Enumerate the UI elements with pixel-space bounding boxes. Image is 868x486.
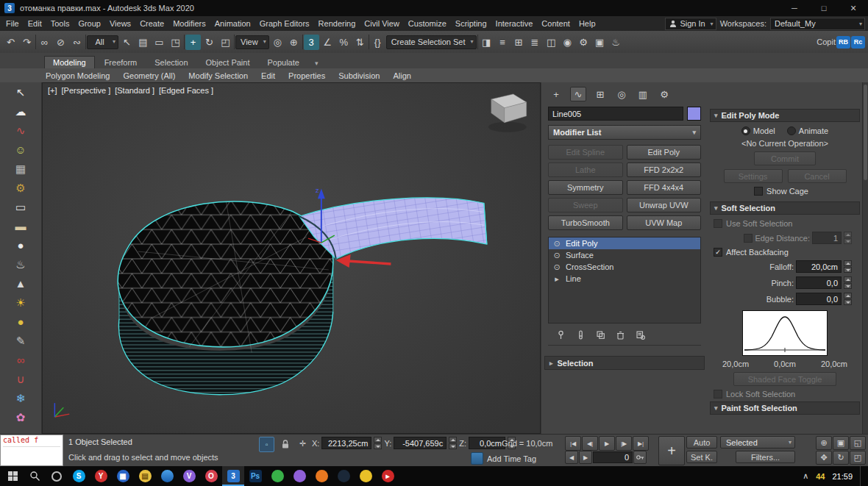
modifier-button[interactable]: Unwrap UVW bbox=[627, 198, 702, 212]
select-and-move-icon[interactable]: + bbox=[185, 35, 201, 50]
settings-icon[interactable]: ⚙ bbox=[12, 180, 29, 195]
taskbar-app[interactable]: ▸ bbox=[377, 466, 399, 486]
view-cube[interactable] bbox=[488, 94, 527, 132]
select-object-icon[interactable]: ↖ bbox=[119, 35, 135, 50]
hierarchy-tab[interactable]: ⊞ bbox=[593, 87, 608, 101]
soft-selection-header[interactable]: Soft Selection bbox=[710, 201, 860, 215]
separator[interactable] bbox=[477, 35, 478, 49]
paint-soft-selection-header[interactable]: Paint Soft Selection bbox=[710, 401, 860, 415]
populate-person-icon[interactable]: ☺ bbox=[12, 142, 29, 157]
pinch-field[interactable]: 0,0 bbox=[796, 276, 842, 289]
commit-button[interactable]: Commit bbox=[754, 151, 816, 165]
next-key-button[interactable]: ▶ bbox=[579, 451, 592, 464]
snaps-toggle-icon[interactable]: 3 bbox=[304, 35, 319, 50]
falloff-spinner[interactable] bbox=[844, 260, 852, 273]
use-soft-selection-checkbox[interactable]: Use Soft Selection bbox=[714, 219, 856, 228]
menu-item[interactable]: Scripting bbox=[451, 19, 491, 28]
pin-stack-icon[interactable] bbox=[555, 329, 566, 340]
display-tab[interactable]: ▥ bbox=[636, 87, 650, 101]
object-name-field[interactable]: Line005 bbox=[548, 107, 683, 121]
ribbon-tab[interactable]: Freeform bbox=[96, 57, 146, 68]
modify-tab[interactable]: ∿ bbox=[570, 87, 586, 101]
taskbar-app[interactable]: Ps bbox=[244, 466, 266, 486]
modifier-stack-row[interactable]: ⊙ CrossSection bbox=[549, 261, 700, 273]
x-spinner[interactable] bbox=[374, 437, 382, 449]
render-setup-icon[interactable]: ⚙ bbox=[576, 35, 591, 50]
unlink-selection-icon[interactable]: ⊘ bbox=[53, 35, 68, 50]
sphere-icon[interactable]: ● bbox=[12, 237, 29, 252]
render-production-icon[interactable]: ♨ bbox=[608, 35, 624, 50]
current-frame-field[interactable]: 0 bbox=[593, 451, 633, 463]
angle-snap-icon[interactable]: ∠ bbox=[320, 35, 335, 50]
edge-distance-checkbox[interactable] bbox=[744, 234, 753, 243]
show-desktop-button[interactable] bbox=[860, 466, 865, 486]
rectangular-selection-icon[interactable]: ▭ bbox=[152, 35, 167, 50]
ribbon-panel-tab[interactable]: Geometry (All) bbox=[123, 71, 175, 80]
menu-item[interactable]: Animation bbox=[210, 19, 255, 28]
add-time-tag[interactable]: Add Time Tag bbox=[471, 452, 536, 465]
edge-distance-field[interactable]: 1 bbox=[812, 232, 842, 244]
spline-tool-icon[interactable]: ∿ bbox=[12, 123, 29, 137]
bubble-spinner[interactable] bbox=[844, 293, 852, 305]
perspective-viewport[interactable]: [+] [Perspective ] [Standard ] [Edged Fa… bbox=[42, 82, 541, 434]
cherries-icon[interactable]: ∞ bbox=[12, 352, 29, 367]
teapot-icon[interactable]: ♨ bbox=[12, 257, 29, 271]
menu-item[interactable]: Interactive bbox=[491, 19, 538, 28]
close-button[interactable]: × bbox=[839, 0, 868, 16]
menu-item[interactable]: Content bbox=[537, 19, 574, 28]
modifier-button[interactable]: Sweep bbox=[548, 198, 623, 212]
modifier-stack-row[interactable]: ⊙ Edit Poly bbox=[549, 237, 700, 249]
spinner-snap-icon[interactable]: ⇅ bbox=[352, 35, 368, 50]
key-filters-button[interactable]: Filters... bbox=[736, 451, 795, 463]
modifier-button[interactable]: Edit Spline bbox=[548, 145, 623, 160]
create-selection-set-dropdown[interactable]: Create Selection Set bbox=[386, 35, 477, 49]
selection-lock-icon[interactable] bbox=[278, 437, 292, 451]
next-frame-button[interactable]: |▶ bbox=[616, 436, 632, 451]
edge-distance-spinner[interactable] bbox=[844, 232, 852, 244]
viewport-menu-pov[interactable]: [Perspective ] bbox=[62, 86, 111, 95]
ribbon-panel-tab[interactable]: Polygon Modeling bbox=[46, 71, 110, 80]
panel-scrollbar[interactable] bbox=[862, 82, 868, 434]
menu-item[interactable]: Civil View bbox=[360, 19, 403, 28]
menu-item[interactable]: Create bbox=[135, 19, 168, 28]
cancel-button[interactable]: Cancel bbox=[788, 169, 847, 183]
workspace-dropdown[interactable]: Default_My bbox=[770, 18, 865, 30]
badge-rb[interactable]: RB bbox=[836, 36, 850, 49]
menu-item[interactable]: Graph Editors bbox=[255, 19, 314, 28]
object-color-swatch[interactable] bbox=[687, 107, 701, 121]
percent-snap-icon[interactable]: % bbox=[336, 35, 352, 50]
menu-item[interactable]: Help bbox=[574, 19, 600, 28]
taskbar-search-icon[interactable] bbox=[24, 466, 46, 486]
select-and-link-icon[interactable]: ∞ bbox=[37, 35, 52, 50]
taskbar-app[interactable]: S bbox=[68, 466, 90, 486]
minimize-button[interactable]: ─ bbox=[780, 0, 809, 16]
play-button[interactable]: ▶ bbox=[599, 436, 615, 451]
maxscript-mini-listener[interactable]: called f bbox=[0, 435, 63, 466]
menu-item[interactable]: File bbox=[1, 19, 24, 28]
taskbar-app[interactable] bbox=[156, 466, 178, 486]
cloud-icon[interactable]: ☁ bbox=[12, 104, 29, 118]
ribbon-panel-tab[interactable]: Properties bbox=[288, 71, 325, 80]
curve-editor-icon[interactable]: ◫ bbox=[544, 35, 559, 50]
create-tab[interactable]: + bbox=[549, 87, 563, 101]
snowflake-icon[interactable]: ❄ bbox=[12, 390, 29, 405]
copit-button[interactable]: Copit bbox=[817, 35, 836, 50]
select-and-manipulate-icon[interactable]: ⊕ bbox=[286, 35, 302, 50]
undo-icon[interactable]: ↶ bbox=[3, 35, 18, 50]
modifier-stack-row[interactable]: ▸ Line bbox=[549, 273, 700, 285]
show-end-result-icon[interactable] bbox=[575, 329, 586, 340]
grid-icon[interactable]: ▦ bbox=[12, 161, 29, 176]
lock-soft-selection-checkbox[interactable]: Lock Soft Selection bbox=[714, 390, 856, 399]
sphere-yellow-icon[interactable]: ● bbox=[12, 314, 29, 329]
modifier-button[interactable]: Symmetry bbox=[548, 180, 623, 195]
taskbar-app[interactable]: O bbox=[200, 466, 222, 486]
bind-to-space-warp-icon[interactable]: ∾ bbox=[69, 35, 85, 50]
pan-icon[interactable]: ✥ bbox=[816, 451, 832, 465]
separator[interactable] bbox=[369, 35, 369, 49]
menu-item[interactable]: Tools bbox=[46, 19, 74, 28]
go-to-end-button[interactable]: ▶| bbox=[633, 436, 649, 451]
ribbon-panel-tab[interactable]: Align bbox=[393, 71, 410, 80]
modifier-button[interactable]: Lathe bbox=[548, 162, 623, 177]
redo-icon[interactable]: ↷ bbox=[19, 35, 35, 50]
settings-button[interactable]: Settings bbox=[724, 169, 783, 183]
